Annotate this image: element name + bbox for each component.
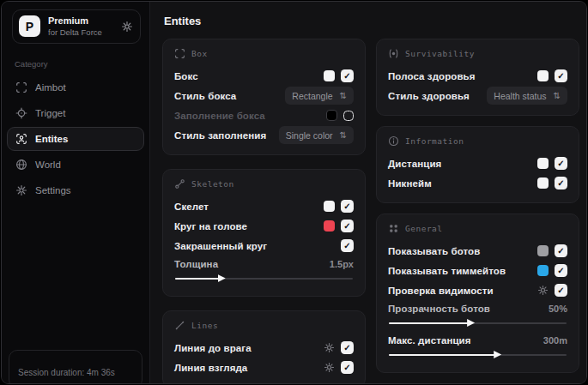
session-duration-card: Session duration: 4m 36s — [9, 350, 142, 384]
checkbox-checked[interactable] — [555, 244, 567, 257]
checkbox-unchecked[interactable] — [343, 111, 354, 121]
sidebar-item-label: Aimbot — [35, 82, 66, 93]
panel-general: General Показывать ботов Показывать тимм… — [376, 214, 579, 373]
setting-row-thickness: Толщина 1.5px — [174, 256, 354, 273]
checkbox-checked[interactable] — [341, 341, 354, 354]
logo-card: P Premium for Delta Force — [12, 9, 141, 44]
setting-row-view-line: Линия взгляда — [174, 358, 354, 377]
grid-icon — [388, 223, 399, 234]
panel-box: Box Бокс Стиль бокса Rectangle ⇅ — [162, 39, 366, 155]
focus-circle-icon — [388, 48, 399, 59]
sidebar-item-settings[interactable]: Settings — [7, 178, 144, 202]
slider-thumb[interactable] — [218, 274, 226, 282]
box-frame-icon — [174, 48, 185, 59]
sidebar-nav: Aimbot Trigget Entites World Set — [2, 75, 149, 202]
thickness-slider[interactable] — [175, 274, 353, 282]
info-circle-icon — [388, 135, 399, 147]
setting-row-fill-style: Стиль заполнения Single color ⇅ — [174, 125, 354, 145]
sidebar-item-label: Entites — [35, 134, 68, 144]
session-duration-label: Session duration: 4m 36s — [18, 368, 115, 377]
setting-row-box-fill: Заполнение бокса — [174, 105, 354, 125]
slider-thumb[interactable] — [467, 319, 475, 327]
box-style-select[interactable]: Rectangle ⇅ — [285, 87, 354, 105]
setting-row-show-teammates: Показывать тиммейтов — [388, 261, 567, 280]
color-swatch[interactable] — [537, 245, 549, 256]
checkbox-checked[interactable] — [341, 220, 354, 232]
scan-frame-icon — [15, 81, 27, 93]
max-distance-slider[interactable] — [389, 351, 567, 358]
crosshair-icon — [15, 107, 27, 119]
panel-survivability: Survivability Полоса здоровья Стиль здор… — [376, 39, 579, 116]
setting-row-skeleton: Скелет — [174, 196, 354, 216]
max-distance-value: 300m — [543, 335, 567, 346]
panel-lines: Lines Линия до врага Линия взгляда — [162, 310, 366, 384]
slider-thumb[interactable] — [494, 351, 501, 358]
checkbox-checked[interactable] — [555, 264, 567, 277]
person-scan-icon — [15, 133, 27, 145]
panel-information: Information Дистанция Никнейм — [376, 126, 579, 203]
fill-style-select[interactable]: Single color ⇅ — [279, 126, 354, 144]
setting-row-health-style: Стиль здоровья Health status ⇅ — [388, 86, 567, 105]
sidebar: P Premium for Delta Force Category Aimbo… — [2, 2, 150, 383]
main-content: Entites Box Бокс — [150, 2, 587, 383]
sidebar-item-world[interactable]: World — [7, 153, 144, 177]
bot-opacity-slider[interactable] — [389, 319, 567, 327]
color-swatch[interactable] — [326, 110, 337, 121]
panel-title: Survivability — [405, 49, 475, 58]
bone-icon — [174, 178, 185, 189]
sidebar-item-label: Settings — [35, 185, 71, 196]
app-title: Premium — [48, 15, 113, 27]
app-logo: P — [19, 15, 40, 37]
gear-icon[interactable] — [121, 21, 133, 33]
color-swatch[interactable] — [324, 220, 335, 232]
panel-title: General — [405, 224, 443, 233]
checkbox-checked[interactable] — [555, 284, 567, 297]
app-window: P Premium for Delta Force Category Aimbo… — [1, 1, 587, 384]
color-swatch[interactable] — [537, 177, 549, 189]
checkbox-checked[interactable] — [555, 69, 567, 82]
setting-row-line-to-enemy: Линия до врага — [174, 338, 354, 358]
panel-title: Information — [405, 136, 464, 146]
setting-row-visibility-check: Проверка видимости — [388, 280, 567, 300]
sidebar-item-entites[interactable]: Entites — [7, 127, 144, 151]
color-swatch[interactable] — [537, 158, 549, 169]
category-label: Category — [15, 59, 149, 69]
checkbox-checked[interactable] — [341, 361, 354, 374]
setting-row-filled-circle: Закрашенный круг — [174, 236, 354, 256]
sidebar-item-trigget[interactable]: Trigget — [7, 101, 144, 125]
setting-row-head-circle: Круг на голове — [174, 216, 354, 236]
updown-icon: ⇅ — [340, 130, 347, 140]
setting-row-distance: Дистанция — [388, 153, 567, 173]
checkbox-checked[interactable] — [341, 200, 354, 213]
checkbox-checked[interactable] — [341, 69, 354, 82]
app-subtitle: for Delta Force — [48, 27, 113, 38]
color-swatch[interactable] — [537, 265, 549, 276]
panel-skeleton: Skeleton Скелет Круг на голове — [162, 169, 366, 297]
setting-row-max-distance: Макс. дистанция 300m — [388, 332, 567, 349]
setting-row-health-bar: Полоса здоровья — [388, 66, 567, 86]
checkbox-checked[interactable] — [341, 239, 354, 252]
page-title: Entites — [164, 15, 579, 27]
setting-row-bot-opacity: Прозрачность ботов 50% — [388, 300, 567, 317]
sidebar-item-label: World — [35, 159, 61, 170]
gear-icon[interactable] — [537, 285, 549, 296]
color-swatch[interactable] — [324, 70, 335, 81]
globe-icon — [15, 159, 27, 171]
color-swatch[interactable] — [537, 70, 549, 81]
gear-icon[interactable] — [324, 342, 335, 353]
sidebar-item-aimbot[interactable]: Aimbot — [7, 75, 144, 99]
health-style-select[interactable]: Health status ⇅ — [487, 87, 567, 105]
gear-icon[interactable] — [324, 362, 335, 373]
gear-icon — [15, 184, 27, 196]
panel-title: Lines — [191, 321, 218, 330]
setting-row-box: Бокс — [174, 66, 354, 86]
thickness-value: 1.5px — [330, 259, 354, 269]
checkbox-checked[interactable] — [555, 177, 567, 189]
updown-icon: ⇅ — [554, 91, 561, 100]
panel-title: Skeleton — [191, 179, 234, 189]
checkbox-checked[interactable] — [555, 157, 567, 170]
bot-opacity-value: 50% — [549, 304, 567, 314]
setting-row-show-bots: Показывать ботов — [388, 241, 567, 261]
sidebar-item-label: Trigget — [35, 108, 65, 118]
color-swatch[interactable] — [324, 201, 335, 212]
